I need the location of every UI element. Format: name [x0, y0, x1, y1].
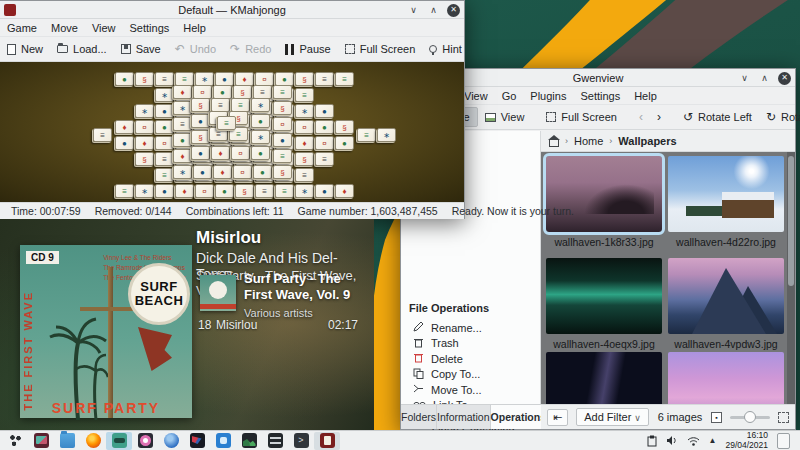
- zoom-slider[interactable]: [730, 416, 770, 419]
- mahjong-tile[interactable]: ∗: [195, 72, 214, 86]
- previous-button[interactable]: ‹: [632, 108, 650, 126]
- mahjong-tile[interactable]: ∗: [295, 184, 314, 198]
- mahjong-tile[interactable]: §: [295, 72, 314, 86]
- taskbar-elisa-music-player[interactable]: [106, 432, 132, 450]
- mahjong-tile[interactable]: ●: [173, 133, 192, 147]
- op-move-to-[interactable]: Move To...: [409, 382, 532, 398]
- sidebar-tab-information[interactable]: Information: [437, 405, 491, 429]
- mahjong-tile[interactable]: ¤: [155, 136, 174, 150]
- mahjong-tile[interactable]: §: [295, 152, 314, 166]
- thumbnail-image[interactable]: [546, 352, 662, 404]
- mahjong-tile[interactable]: ≡: [211, 98, 230, 112]
- op-trash[interactable]: Trash: [409, 336, 532, 352]
- mahjong-tile[interactable]: ≡: [295, 88, 314, 102]
- thumbnail-wallhaven-1k8r33.jpg[interactable]: wallhaven-1k8r33.jpg: [543, 156, 665, 248]
- taskbar-vvave[interactable]: [132, 432, 158, 450]
- op-copy-to-[interactable]: Copy To...: [409, 367, 532, 383]
- mahjong-tile[interactable]: ●: [155, 120, 174, 134]
- mahjong-tile[interactable]: §: [135, 152, 154, 166]
- thumbnail-wallhaven-4oeqx9.jpg[interactable]: wallhaven-4oeqx9.jpg: [543, 258, 665, 350]
- rotate-right-button[interactable]: ↻Rotate Right: [759, 108, 800, 126]
- playlist-track-row[interactable]: 18 Misirlou 02:17: [198, 318, 358, 332]
- minimize-icon[interactable]: ∨: [407, 4, 420, 17]
- mahjong-tile[interactable]: ∗: [251, 130, 270, 144]
- menu-item-help[interactable]: Help: [627, 90, 664, 102]
- mahjong-tile[interactable]: ●: [155, 104, 174, 118]
- menu-item-move[interactable]: Move: [44, 22, 85, 34]
- mahjong-tile[interactable]: ¤: [273, 117, 292, 131]
- new-button[interactable]: New: [0, 40, 50, 58]
- op-delete[interactable]: Delete: [409, 351, 532, 367]
- fullscreen-fit-icon[interactable]: [778, 412, 789, 423]
- mahjong-tile[interactable]: ∗: [295, 104, 314, 118]
- sidebar-tab-folders[interactable]: Folders: [401, 405, 437, 429]
- mahjong-tile[interactable]: ≡: [173, 117, 192, 131]
- mahjong-tile[interactable]: ≡: [155, 152, 174, 166]
- mahjong-tile[interactable]: ¤: [231, 146, 250, 160]
- thumbnail-image[interactable]: [668, 258, 784, 334]
- mahjong-tile[interactable]: ∗: [251, 98, 270, 112]
- mahjong-tile[interactable]: ≡: [155, 168, 174, 182]
- thumbnail-image[interactable]: [546, 156, 662, 232]
- close-icon[interactable]: ✕: [778, 72, 791, 85]
- mahjong-tile[interactable]: ≡: [155, 72, 174, 86]
- mahjong-tile[interactable]: ●: [273, 133, 292, 147]
- mahjong-tile[interactable]: ≡: [175, 72, 194, 86]
- close-icon[interactable]: ✕: [447, 4, 460, 17]
- maximize-icon[interactable]: ∧: [427, 4, 440, 17]
- mahjong-tile[interactable]: ●: [213, 85, 232, 99]
- thumbnail-image[interactable]: [668, 352, 784, 404]
- mahjong-tile[interactable]: ♦: [173, 85, 192, 99]
- mahjong-tile[interactable]: ¤: [193, 85, 212, 99]
- full-screen-button[interactable]: Full Screen: [539, 108, 624, 126]
- mahjong-tile[interactable]: ∗: [135, 104, 154, 118]
- mahjong-tile[interactable]: §: [135, 72, 154, 86]
- thumbnail-wallhaven-4d22ro.jpg[interactable]: wallhaven-4d22ro.jpg: [665, 156, 787, 248]
- menu-item-go[interactable]: Go: [495, 90, 524, 102]
- home-icon[interactable]: [549, 140, 559, 147]
- mahjong-tile[interactable]: ●: [215, 184, 234, 198]
- mahjong-tile[interactable]: ●: [155, 184, 174, 198]
- sidebar-tab-operations[interactable]: Operations: [491, 405, 547, 429]
- mahjong-tile[interactable]: ¤: [255, 72, 274, 86]
- mahjong-tile[interactable]: ♦: [175, 184, 194, 198]
- mahjong-tile[interactable]: §: [273, 165, 292, 179]
- kmahjongg-titlebar[interactable]: Default — KMahjongg ∨ ∧ ✕: [0, 1, 464, 19]
- mahjong-tile[interactable]: §: [235, 184, 254, 198]
- mahjong-tile[interactable]: §: [273, 101, 292, 115]
- mahjong-tile[interactable]: ≡: [295, 168, 314, 182]
- mahjong-tile[interactable]: ♦: [173, 149, 192, 163]
- mahjong-tile[interactable]: ●: [115, 136, 134, 150]
- taskbar-konsole[interactable]: >: [288, 432, 314, 450]
- full-screen-button[interactable]: Full Screen: [338, 40, 423, 58]
- playlist-album-title[interactable]: Surf Party - The First Wave, Vol. 9: [244, 271, 369, 304]
- mahjong-tile[interactable]: ≡: [273, 85, 292, 99]
- thumbnail-bar-toggle-icon[interactable]: ⇤: [547, 409, 568, 426]
- show-desktop-button[interactable]: [777, 433, 790, 449]
- taskbar-dolphin-file-manager[interactable]: [54, 432, 80, 450]
- mahjong-tile[interactable]: ¤: [195, 184, 214, 198]
- mahjong-tile[interactable]: ●: [191, 114, 210, 128]
- mahjong-tile[interactable]: ♦: [295, 136, 314, 150]
- thumbnail-milkyway[interactable]: [543, 352, 665, 404]
- mahjong-tile[interactable]: ≡: [217, 116, 236, 130]
- mahjong-tile[interactable]: §: [335, 120, 354, 134]
- view-button[interactable]: View: [478, 108, 532, 126]
- mahjong-tile[interactable]: ●: [193, 165, 212, 179]
- thumbnail-pinksky[interactable]: [665, 352, 787, 404]
- playlist-album-thumbnail[interactable]: [200, 275, 236, 311]
- taskbar-blue-app[interactable]: [210, 432, 236, 450]
- mahjong-tile[interactable]: ♦: [211, 146, 230, 160]
- mahjong-tile[interactable]: ●: [275, 72, 294, 86]
- mahjong-tile[interactable]: ≡: [93, 128, 112, 142]
- rotate-left-button[interactable]: ↺Rotate Left: [676, 108, 759, 126]
- mahjong-tile[interactable]: ●: [191, 146, 210, 160]
- mahjong-tile[interactable]: ●: [315, 104, 334, 118]
- taskbar-kmahjongg[interactable]: [314, 432, 340, 450]
- mahjong-tile[interactable]: ≡: [115, 184, 134, 198]
- mahjong-tile[interactable]: §: [191, 130, 210, 144]
- thumbnail-image[interactable]: [668, 156, 784, 232]
- menu-item-settings[interactable]: Settings: [573, 90, 627, 102]
- volume-icon[interactable]: [666, 435, 678, 446]
- mahjong-tile[interactable]: ≡: [253, 85, 272, 99]
